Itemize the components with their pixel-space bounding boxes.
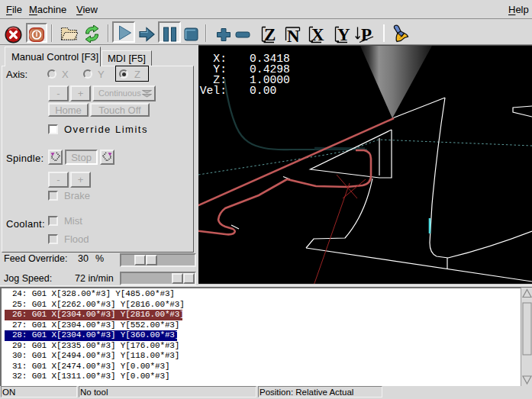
svg-text:0.00: 0.00: [250, 85, 276, 97]
svg-text:Vel:: Vel:: [200, 85, 227, 97]
svg-text:Y: Y: [337, 26, 350, 43]
svg-text:Z: Z: [264, 26, 276, 43]
svg-text:N: N: [287, 27, 300, 43]
svg-text:X: X: [311, 26, 324, 43]
